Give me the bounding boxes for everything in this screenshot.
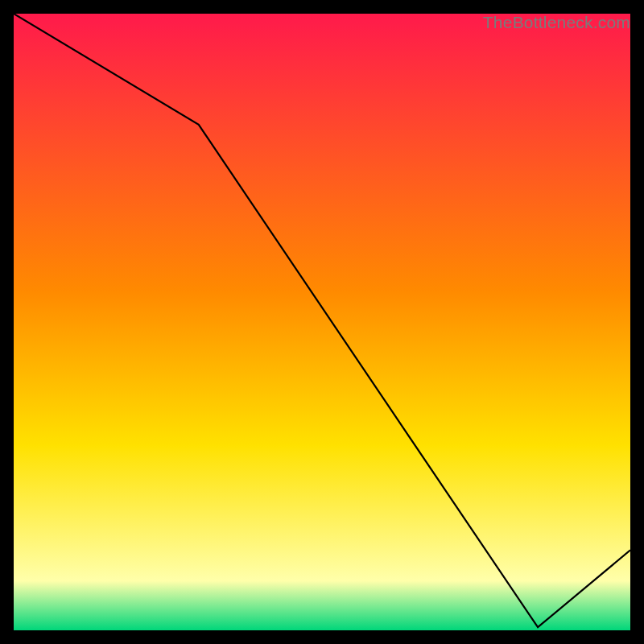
watermark-text: TheBottleneck.com	[483, 13, 630, 32]
gradient-background	[14, 14, 630, 630]
chart-frame: TheBottleneck.com	[14, 14, 630, 630]
chart-plot	[14, 14, 630, 630]
